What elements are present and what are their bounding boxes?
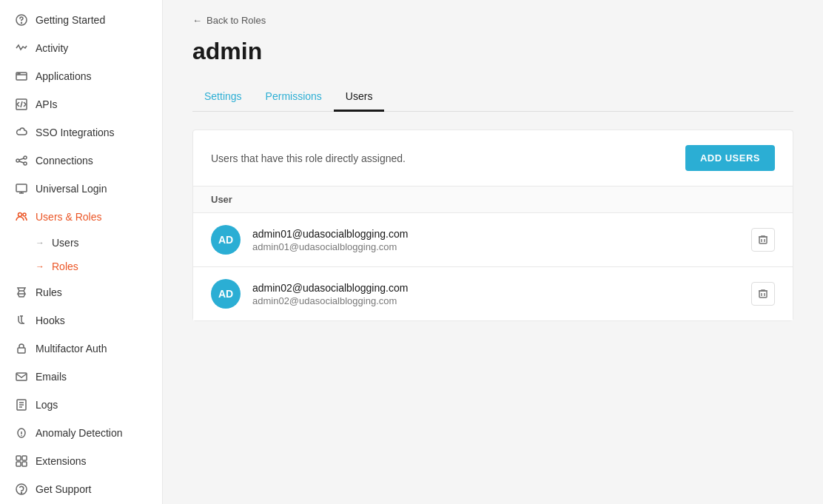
arrow-right-active-icon: → <box>36 261 44 272</box>
sidebar-item-rules[interactable]: Rules <box>0 278 162 306</box>
user-info-2: admin02@udasocialblogging.com admin02@ud… <box>252 282 751 306</box>
sidebar-item-connections[interactable]: Connections <box>0 147 162 175</box>
svg-point-1 <box>21 23 22 24</box>
sidebar-item-anomaly[interactable]: Anomaly Detection <box>0 419 162 447</box>
sidebar-item-getting-started[interactable]: Getting Started <box>0 6 162 34</box>
sidebar-item-applications[interactable]: Applications <box>0 62 162 90</box>
user-name-2: admin02@udasocialblogging.com <box>252 282 751 294</box>
monitor-icon <box>15 182 28 195</box>
sidebar-item-apis[interactable]: APIs <box>0 90 162 118</box>
svg-rect-24 <box>16 456 21 460</box>
svg-rect-18 <box>18 348 25 353</box>
table-row: AD admin01@udasocialblogging.com admin01… <box>193 212 793 266</box>
sidebar-item-users-roles-label: Users & Roles <box>36 211 101 223</box>
sidebar-item-activity-label: Activity <box>36 42 68 54</box>
anomaly-icon <box>15 426 28 440</box>
svg-point-8 <box>24 156 27 159</box>
tabs: Settings Permissions Users <box>192 83 793 112</box>
tab-users[interactable]: Users <box>334 83 385 112</box>
svg-rect-19 <box>16 373 27 380</box>
user-info-1: admin01@udasocialblogging.com admin01@ud… <box>252 228 751 252</box>
trash-icon <box>758 235 768 245</box>
cloud-icon <box>15 126 28 139</box>
arrow-right-icon: → <box>36 238 44 248</box>
sidebar-item-logs-label: Logs <box>36 399 58 411</box>
sidebar-sub-item-roles[interactable]: → Roles <box>0 255 162 278</box>
svg-rect-33 <box>759 291 767 298</box>
add-users-button[interactable]: ADD USERS <box>685 145 775 171</box>
sidebar-item-hooks-label: Hooks <box>36 315 65 326</box>
svg-line-11 <box>19 161 24 163</box>
sidebar-item-apis-label: APIs <box>36 98 58 110</box>
content-description: Users that have this role directly assig… <box>211 152 406 164</box>
delete-user2-button[interactable] <box>751 282 775 306</box>
svg-rect-26 <box>16 462 21 466</box>
svg-point-9 <box>24 162 27 165</box>
avatar-user2: AD <box>211 279 241 309</box>
svg-point-5 <box>19 73 20 74</box>
svg-point-16 <box>23 213 26 216</box>
content-header: Users that have this role directly assig… <box>193 130 793 186</box>
table-row: AD admin02@udasocialblogging.com admin02… <box>193 266 793 320</box>
table-column-user: User <box>211 194 232 205</box>
apis-icon <box>15 98 28 111</box>
sidebar-item-emails[interactable]: Emails <box>0 363 162 391</box>
back-to-roles-link[interactable]: ← Back to Roles <box>192 15 793 26</box>
back-arrow-icon: ← <box>192 15 202 26</box>
tab-permissions[interactable]: Permissions <box>254 83 334 112</box>
tab-settings[interactable]: Settings <box>192 83 254 112</box>
table-header: User <box>193 186 793 212</box>
sidebar-item-sso-label: SSO Integrations <box>36 127 115 138</box>
main-content: ← Back to Roles admin Settings Permissio… <box>163 0 823 504</box>
user-email-2: admin02@udasocialblogging.com <box>252 295 751 306</box>
sidebar-item-anomaly-label: Anomaly Detection <box>36 427 123 439</box>
back-to-roles-label: Back to Roles <box>206 15 266 26</box>
page-title: admin <box>192 38 793 65</box>
user-email-1: admin01@udasocialblogging.com <box>252 241 751 252</box>
sidebar-sub-item-users-label: Users <box>52 237 79 249</box>
svg-point-7 <box>16 159 19 162</box>
sidebar-sub-item-roles-label: Roles <box>52 261 78 272</box>
content-area: Users that have this role directly assig… <box>192 130 793 321</box>
svg-line-10 <box>19 158 24 160</box>
logs-icon <box>15 398 28 411</box>
sidebar-item-extensions[interactable]: Extensions <box>0 447 162 475</box>
sidebar-item-universal-login-label: Universal Login <box>36 183 107 195</box>
sidebar-item-emails-label: Emails <box>36 371 67 383</box>
connections-icon <box>15 154 28 167</box>
user-name-1: admin01@udasocialblogging.com <box>252 228 751 240</box>
support-icon <box>15 483 28 496</box>
hooks-icon <box>15 314 28 327</box>
sidebar: Getting Started Activity Applications AP… <box>0 0 163 504</box>
svg-point-15 <box>19 213 22 217</box>
sidebar-item-universal-login[interactable]: Universal Login <box>0 175 162 203</box>
sidebar-item-rules-label: Rules <box>36 286 62 298</box>
sidebar-item-support[interactable]: Get Support <box>0 475 162 503</box>
sidebar-item-logs[interactable]: Logs <box>0 391 162 419</box>
svg-point-4 <box>18 73 19 74</box>
sidebar-sub-item-users[interactable]: → Users <box>0 231 162 255</box>
sidebar-item-hooks[interactable]: Hooks <box>0 306 162 335</box>
sidebar-item-multifactor-label: Multifactor Auth <box>36 343 107 355</box>
svg-rect-27 <box>22 462 27 466</box>
avatar-user1: AD <box>211 225 241 255</box>
applications-icon <box>15 70 28 83</box>
svg-rect-30 <box>759 237 767 243</box>
activity-icon <box>15 41 28 55</box>
users-icon <box>15 210 28 224</box>
sidebar-item-support-label: Get Support <box>36 483 92 495</box>
question-circle-icon <box>15 13 28 27</box>
sidebar-item-sso[interactable]: SSO Integrations <box>0 118 162 147</box>
sidebar-item-getting-started-label: Getting Started <box>36 14 105 26</box>
sidebar-item-activity[interactable]: Activity <box>0 34 162 62</box>
svg-rect-25 <box>22 456 27 460</box>
sidebar-item-connections-label: Connections <box>36 155 93 167</box>
delete-user1-button[interactable] <box>751 228 775 252</box>
multifactor-icon <box>15 342 28 355</box>
rules-icon <box>15 286 28 299</box>
email-icon <box>15 370 28 383</box>
sidebar-item-users-roles[interactable]: Users & Roles <box>0 203 162 231</box>
sidebar-item-multifactor[interactable]: Multifactor Auth <box>0 335 162 363</box>
sidebar-item-extensions-label: Extensions <box>36 455 86 467</box>
extensions-icon <box>15 454 28 468</box>
